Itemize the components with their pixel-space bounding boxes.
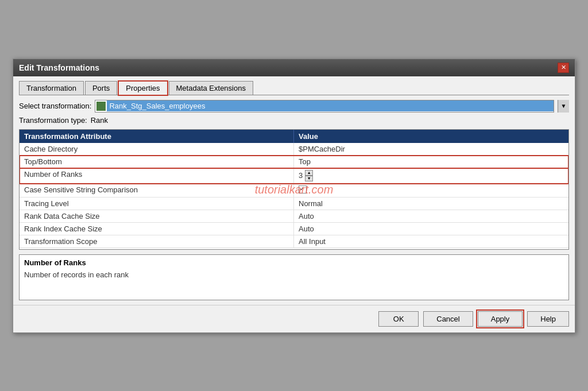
value-rank-index-cache: Auto bbox=[294, 223, 568, 235]
dialog-body: Transformation Ports Properties Metadata… bbox=[13, 76, 575, 305]
transformation-type-label: Transformation type: bbox=[19, 116, 87, 125]
table-row[interactable]: Tracing Level Normal bbox=[20, 198, 568, 210]
attr-rank-index-cache: Rank Index Cache Size bbox=[20, 223, 294, 235]
value-case-sensitive bbox=[294, 184, 568, 197]
attr-rank-data-cache: Rank Data Cache Size bbox=[20, 210, 294, 222]
value-top-bottom: Top bbox=[294, 156, 568, 168]
transformation-select-text: Rank_Stg_Sales_employees bbox=[107, 100, 554, 111]
dialog-title: Edit Transformations bbox=[19, 63, 99, 72]
apply-button[interactable]: Apply bbox=[478, 311, 523, 327]
case-sensitive-checkbox[interactable] bbox=[299, 185, 307, 193]
tab-ports[interactable]: Ports bbox=[85, 81, 117, 95]
transformation-icon bbox=[96, 102, 106, 111]
table-row[interactable]: Number of Ranks 3 ▲ ▼ bbox=[20, 168, 568, 184]
header-value: Value bbox=[294, 130, 568, 143]
attr-case-sensitive: Case Sensitive String Comparison bbox=[20, 184, 294, 197]
table-row[interactable]: Rank Index Cache Size Auto bbox=[20, 223, 568, 235]
tab-transformation[interactable]: Transformation bbox=[19, 81, 84, 95]
attr-tracing-level: Tracing Level bbox=[20, 198, 294, 210]
title-bar: Edit Transformations ✕ bbox=[13, 59, 575, 76]
transformation-select-box[interactable]: Rank_Stg_Sales_employees bbox=[95, 100, 554, 113]
transformation-type-row: Transformation type: Rank bbox=[19, 116, 569, 125]
attr-transformation-scope: Transformation Scope bbox=[20, 235, 294, 247]
tab-properties[interactable]: Properties bbox=[118, 81, 167, 95]
value-tracing-level: Normal bbox=[294, 198, 568, 210]
tab-metadata-extensions[interactable]: Metadata Extensions bbox=[169, 81, 253, 95]
select-transformation-row: Select transformation: Rank_Stg_Sales_em… bbox=[19, 100, 569, 113]
value-cache-directory: $PMCacheDir bbox=[294, 143, 568, 155]
properties-table: Transformation Attribute Value Cache Dir… bbox=[19, 129, 569, 250]
description-text: Number of records in each rank bbox=[24, 270, 564, 279]
attr-top-bottom: Top/Bottom bbox=[20, 156, 294, 168]
transformation-type-value: Rank bbox=[91, 116, 108, 125]
attr-cache-directory: Cache Directory bbox=[20, 143, 294, 155]
spinner-up[interactable]: ▲ bbox=[305, 170, 313, 176]
rank-spinner[interactable]: ▲ ▼ bbox=[305, 170, 313, 181]
value-transformation-scope: All Input bbox=[294, 235, 568, 247]
table-row[interactable]: Case Sensitive String Comparison bbox=[20, 184, 568, 198]
value-rank-data-cache: Auto bbox=[294, 210, 568, 222]
cancel-button[interactable]: Cancel bbox=[423, 311, 473, 327]
close-button[interactable]: ✕ bbox=[558, 63, 569, 73]
table-row[interactable]: Top/Bottom Top bbox=[20, 156, 568, 168]
transformation-dropdown-button[interactable]: ▼ bbox=[558, 100, 569, 113]
help-button[interactable]: Help bbox=[527, 311, 569, 327]
table-row[interactable]: Transformation Scope All Input bbox=[20, 235, 568, 248]
spinner-down[interactable]: ▼ bbox=[305, 176, 313, 181]
description-title: Number of Ranks bbox=[24, 258, 564, 267]
title-bar-buttons: ✕ bbox=[558, 63, 569, 73]
value-number-of-ranks: 3 ▲ ▼ bbox=[294, 168, 568, 183]
description-box: Number of Ranks Number of records in eac… bbox=[19, 254, 569, 300]
ok-button[interactable]: OK bbox=[378, 311, 419, 327]
table-row[interactable]: Rank Data Cache Size Auto bbox=[20, 210, 568, 223]
table-header: Transformation Attribute Value bbox=[20, 130, 568, 143]
button-row: OK Cancel Apply Help bbox=[13, 305, 575, 332]
header-attribute: Transformation Attribute bbox=[20, 130, 294, 143]
table-row[interactable]: Cache Directory $PMCacheDir bbox=[20, 143, 568, 156]
tabs-container: Transformation Ports Properties Metadata… bbox=[19, 81, 569, 95]
select-transformation-label: Select transformation: bbox=[19, 102, 91, 110]
edit-transformations-dialog: Edit Transformations ✕ Transformation Po… bbox=[13, 59, 575, 333]
attr-number-of-ranks: Number of Ranks bbox=[20, 168, 294, 183]
